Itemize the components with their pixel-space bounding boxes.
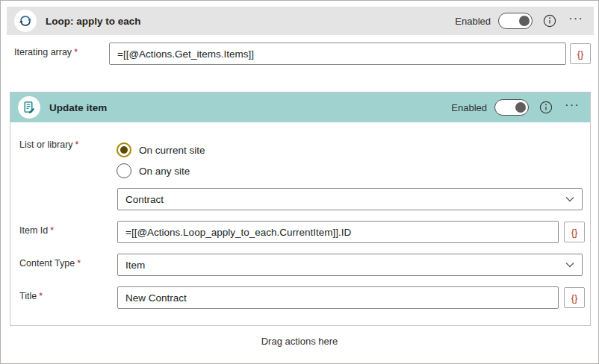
loop-enabled-toggle[interactable] xyxy=(498,13,533,29)
update-header-controls: Enabled ··· xyxy=(451,98,590,116)
content-type-dropdown-value: Item xyxy=(125,260,145,271)
radio-on-current-site-label: On current site xyxy=(139,145,205,156)
loop-card-title: Loop: apply to each xyxy=(46,16,141,27)
loop-header-controls: Enabled ··· xyxy=(455,12,594,30)
item-id-input[interactable] xyxy=(117,221,559,243)
list-or-library-label: List or library* xyxy=(19,139,78,150)
update-more-options-button[interactable]: ··· xyxy=(563,98,581,116)
item-id-dynamic-content-button[interactable]: {} xyxy=(564,222,585,242)
chevron-down-icon xyxy=(565,196,574,202)
drag-actions-hint[interactable]: Drag actions here xyxy=(1,336,598,347)
iterating-array-input[interactable] xyxy=(109,43,566,65)
radio-selected-icon xyxy=(117,142,131,157)
loop-icon xyxy=(18,13,33,28)
update-enabled-label: Enabled xyxy=(451,102,487,113)
iterating-array-dynamic-content-button[interactable]: {} xyxy=(570,43,591,64)
radio-on-any-site-label: On any site xyxy=(139,166,190,177)
update-item-icon-circle xyxy=(18,96,40,119)
list-dropdown-value: Contract xyxy=(125,194,164,205)
update-item-card: Update item Enabled ··· List or library*… xyxy=(10,92,591,326)
dynamic-content-icon: {} xyxy=(571,292,578,304)
loop-card-header[interactable]: Loop: apply to each Enabled ··· xyxy=(7,7,594,35)
title-dynamic-content-button[interactable]: {} xyxy=(564,287,585,308)
loop-icon-circle xyxy=(14,10,37,32)
loop-card: { "colors": { "loop_header_gray": "#e4e4… xyxy=(0,0,599,364)
update-item-header[interactable]: Update item Enabled ··· xyxy=(10,92,590,122)
update-enabled-toggle[interactable] xyxy=(494,99,529,116)
list-dropdown[interactable]: Contract xyxy=(117,188,583,210)
toggle-knob xyxy=(515,102,526,113)
content-type-label: Content Type* xyxy=(19,258,81,269)
update-info-icon[interactable] xyxy=(539,101,553,114)
title-label: Title* xyxy=(19,291,43,301)
content-type-dropdown[interactable]: Item xyxy=(117,254,583,276)
dynamic-content-icon: {} xyxy=(571,227,578,238)
chevron-down-icon xyxy=(565,262,574,268)
loop-more-options-button[interactable]: ··· xyxy=(567,12,585,30)
item-id-label: Item Id* xyxy=(19,225,54,236)
radio-on-current-site[interactable]: On current site xyxy=(117,142,205,157)
title-input[interactable] xyxy=(117,286,559,309)
radio-on-any-site[interactable]: On any site xyxy=(117,163,190,178)
dynamic-content-icon: {} xyxy=(577,48,584,60)
iterating-array-label: Iterating array* xyxy=(14,47,78,57)
update-item-title: Update item xyxy=(49,102,107,113)
radio-unselected-icon xyxy=(117,163,131,178)
update-item-icon xyxy=(22,101,36,114)
loop-info-icon[interactable] xyxy=(543,14,556,28)
toggle-knob xyxy=(519,16,530,26)
loop-enabled-label: Enabled xyxy=(455,16,491,27)
